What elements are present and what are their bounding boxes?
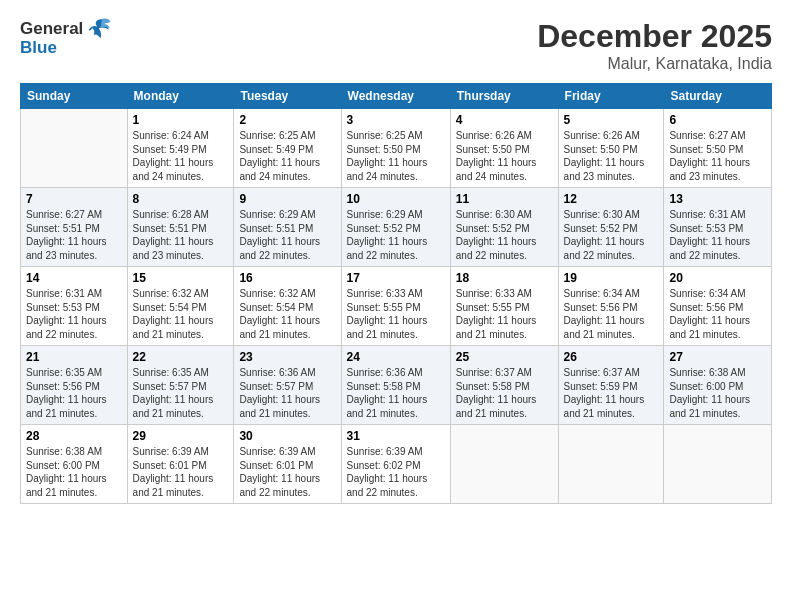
day-number: 6 [669,113,766,127]
day-info-line: Sunrise: 6:34 AM [669,288,745,299]
day-info-line: Daylight: 11 hours [239,315,320,326]
day-info: Sunrise: 6:24 AMSunset: 5:49 PMDaylight:… [133,129,229,183]
day-info-line: Daylight: 11 hours [347,157,428,168]
title-block: December 2025 Malur, Karnataka, India [537,18,772,73]
day-info: Sunrise: 6:31 AMSunset: 5:53 PMDaylight:… [669,208,766,262]
day-info-line: Sunset: 5:52 PM [564,223,638,234]
day-info-line: Sunset: 6:02 PM [347,460,421,471]
table-row: 14Sunrise: 6:31 AMSunset: 5:53 PMDayligh… [21,267,128,346]
day-info-line: Sunrise: 6:39 AM [347,446,423,457]
day-info-line: Daylight: 11 hours [456,394,537,405]
day-info-line: Sunrise: 6:36 AM [239,367,315,378]
table-row: 7Sunrise: 6:27 AMSunset: 5:51 PMDaylight… [21,188,128,267]
day-number: 29 [133,429,229,443]
col-wednesday: Wednesday [341,84,450,109]
day-info: Sunrise: 6:35 AMSunset: 5:56 PMDaylight:… [26,366,122,420]
day-info: Sunrise: 6:39 AMSunset: 6:01 PMDaylight:… [133,445,229,499]
day-info-line: Sunrise: 6:29 AM [347,209,423,220]
day-info-line: Sunrise: 6:25 AM [347,130,423,141]
day-info-line: Sunrise: 6:29 AM [239,209,315,220]
logo-text-blue: Blue [20,38,57,58]
day-info-line: Daylight: 11 hours [239,157,320,168]
day-number: 31 [347,429,445,443]
calendar-title: December 2025 [537,18,772,55]
table-row: 25Sunrise: 6:37 AMSunset: 5:58 PMDayligh… [450,346,558,425]
day-info-line: Daylight: 11 hours [133,394,214,405]
day-info-line: Sunset: 5:54 PM [133,302,207,313]
day-info-line: Sunrise: 6:26 AM [564,130,640,141]
day-info-line: Sunrise: 6:39 AM [239,446,315,457]
day-info-line: Sunset: 5:51 PM [239,223,313,234]
header: General Blue December 2025 Malur, Karnat… [20,18,772,73]
day-info-line: Sunrise: 6:33 AM [347,288,423,299]
table-row: 19Sunrise: 6:34 AMSunset: 5:56 PMDayligh… [558,267,664,346]
day-info-line: Daylight: 11 hours [564,394,645,405]
day-info-line: and 21 minutes. [564,329,635,340]
day-info-line: Daylight: 11 hours [133,473,214,484]
day-info-line: and 24 minutes. [456,171,527,182]
day-info: Sunrise: 6:27 AMSunset: 5:51 PMDaylight:… [26,208,122,262]
day-info-line: and 22 minutes. [26,329,97,340]
day-info-line: Sunrise: 6:32 AM [239,288,315,299]
day-number: 25 [456,350,553,364]
table-row: 9Sunrise: 6:29 AMSunset: 5:51 PMDaylight… [234,188,341,267]
day-info-line: Daylight: 11 hours [669,157,750,168]
day-number: 15 [133,271,229,285]
day-info-line: Sunrise: 6:33 AM [456,288,532,299]
day-info-line: and 23 minutes. [26,250,97,261]
day-info-line: and 21 minutes. [347,408,418,419]
day-info-line: Daylight: 11 hours [239,473,320,484]
day-info-line: and 24 minutes. [133,171,204,182]
day-info-line: and 21 minutes. [133,487,204,498]
day-info-line: and 22 minutes. [669,250,740,261]
day-info-line: Sunset: 5:55 PM [456,302,530,313]
day-info-line: and 21 minutes. [456,408,527,419]
day-info-line: Daylight: 11 hours [456,157,537,168]
table-row [558,425,664,504]
day-info-line: Sunset: 5:57 PM [133,381,207,392]
day-info: Sunrise: 6:34 AMSunset: 5:56 PMDaylight:… [669,287,766,341]
table-row: 12Sunrise: 6:30 AMSunset: 5:52 PMDayligh… [558,188,664,267]
day-info: Sunrise: 6:32 AMSunset: 5:54 PMDaylight:… [239,287,335,341]
day-info-line: Daylight: 11 hours [669,236,750,247]
day-info-line: Sunrise: 6:26 AM [456,130,532,141]
day-info-line: Sunrise: 6:34 AM [564,288,640,299]
day-info-line: Sunset: 5:55 PM [347,302,421,313]
table-row: 6Sunrise: 6:27 AMSunset: 5:50 PMDaylight… [664,109,772,188]
day-info-line: Sunset: 6:01 PM [133,460,207,471]
day-info-line: and 21 minutes. [564,408,635,419]
table-row: 24Sunrise: 6:36 AMSunset: 5:58 PMDayligh… [341,346,450,425]
day-info-line: and 22 minutes. [239,487,310,498]
day-info-line: Daylight: 11 hours [347,394,428,405]
day-info: Sunrise: 6:34 AMSunset: 5:56 PMDaylight:… [564,287,659,341]
day-number: 22 [133,350,229,364]
day-info: Sunrise: 6:26 AMSunset: 5:50 PMDaylight:… [564,129,659,183]
day-info: Sunrise: 6:38 AMSunset: 6:00 PMDaylight:… [26,445,122,499]
day-info-line: Daylight: 11 hours [347,315,428,326]
day-info-line: Daylight: 11 hours [239,394,320,405]
day-info-line: and 21 minutes. [133,408,204,419]
day-info-line: Sunrise: 6:27 AM [26,209,102,220]
day-number: 12 [564,192,659,206]
table-row: 29Sunrise: 6:39 AMSunset: 6:01 PMDayligh… [127,425,234,504]
day-info-line: and 21 minutes. [26,487,97,498]
day-number: 8 [133,192,229,206]
day-info-line: and 22 minutes. [456,250,527,261]
day-info-line: Sunset: 5:56 PM [26,381,100,392]
day-info-line: and 21 minutes. [669,408,740,419]
day-info-line: Daylight: 11 hours [26,394,107,405]
day-info-line: Daylight: 11 hours [456,236,537,247]
day-info: Sunrise: 6:26 AMSunset: 5:50 PMDaylight:… [456,129,553,183]
day-info-line: and 21 minutes. [669,329,740,340]
calendar-week-row: 21Sunrise: 6:35 AMSunset: 5:56 PMDayligh… [21,346,772,425]
day-number: 24 [347,350,445,364]
day-info-line: Sunrise: 6:31 AM [669,209,745,220]
calendar-week-row: 14Sunrise: 6:31 AMSunset: 5:53 PMDayligh… [21,267,772,346]
day-number: 2 [239,113,335,127]
day-info-line: Sunrise: 6:37 AM [456,367,532,378]
day-number: 17 [347,271,445,285]
day-info-line: Sunrise: 6:24 AM [133,130,209,141]
table-row: 23Sunrise: 6:36 AMSunset: 5:57 PMDayligh… [234,346,341,425]
day-info-line: and 23 minutes. [564,171,635,182]
col-monday: Monday [127,84,234,109]
